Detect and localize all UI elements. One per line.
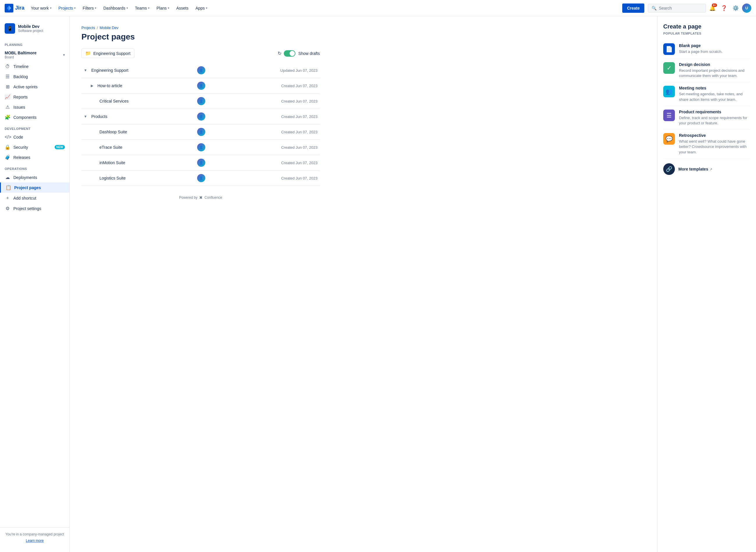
table-row: ▶ How-to article 👤 Created Jun 07, 2023 xyxy=(81,78,320,94)
table-row: ▼ Engineering Support 👤 Updated Jun 07, … xyxy=(81,63,320,78)
notifications-button[interactable]: 🔔 9+ xyxy=(707,3,718,13)
sidebar-item-code[interactable]: </> Code xyxy=(0,132,70,142)
filters-menu[interactable]: Filters ▾ xyxy=(80,4,99,12)
dashboards-menu[interactable]: Dashboards ▾ xyxy=(100,4,131,12)
projects-chevron-icon: ▾ xyxy=(74,6,76,10)
page-title-link[interactable]: Dashloop Suite xyxy=(91,130,193,134)
expand-down-icon[interactable]: ▼ xyxy=(84,115,87,119)
show-drafts-toggle[interactable] xyxy=(284,50,296,57)
teams-chevron-icon: ▾ xyxy=(148,6,149,10)
meeting-notes-template-desc: Set meeting agendas, take notes, and sha… xyxy=(679,92,750,102)
teams-menu[interactable]: Teams ▾ xyxy=(132,4,152,12)
sidebar-item-project-settings[interactable]: ⚙ Project settings xyxy=(0,203,70,214)
template-item-design-decision[interactable]: ✓ Design decision Record important proje… xyxy=(663,59,750,82)
more-templates-icon: 🔗 xyxy=(663,163,675,175)
board-selector[interactable]: MOBL Baltimore Board ▾ xyxy=(0,48,70,61)
powered-by: Powered by ✖ Confluence xyxy=(81,186,320,204)
sidebar-project: 📱 Mobile Dev Software project xyxy=(0,21,70,38)
breadcrumb-projects[interactable]: Projects xyxy=(81,26,95,30)
expand-right-icon[interactable]: ▶ xyxy=(91,84,93,88)
sidebar-item-project-pages[interactable]: 📋 Project pages xyxy=(0,182,70,192)
page-title-link[interactable]: ▶ How-to article xyxy=(91,84,193,88)
refresh-icon[interactable]: ↻ xyxy=(278,50,282,56)
plans-menu[interactable]: Plans ▾ xyxy=(153,4,172,12)
projects-menu[interactable]: Projects ▾ xyxy=(56,4,79,12)
page-author-avatar: 👤 xyxy=(197,66,205,75)
sidebar-item-active-sprints-label: Active sprints xyxy=(13,85,65,89)
template-item-meeting-notes[interactable]: 👥 Meeting notes Set meeting agendas, tak… xyxy=(663,82,750,106)
apps-menu[interactable]: Apps ▾ xyxy=(193,4,210,12)
sidebar-item-releases-label: Releases xyxy=(13,155,65,160)
your-work-menu[interactable]: Your work ▾ xyxy=(28,4,55,12)
sidebar: 📱 Mobile Dev Software project PLANNING M… xyxy=(0,16,70,552)
sidebar-item-backlog[interactable]: ☰ Backlog xyxy=(0,72,70,82)
blank-template-name: Blank page xyxy=(679,43,723,48)
settings-button[interactable]: ⚙️ xyxy=(730,3,741,13)
create-button[interactable]: Create xyxy=(622,3,644,13)
page-title-link[interactable]: eTrace Suite xyxy=(91,145,193,150)
page-title-link[interactable]: ▼ Engineering Support xyxy=(84,68,193,73)
page-title-link[interactable]: inMotion Suite xyxy=(91,160,193,165)
sidebar-item-releases[interactable]: 🧳 Releases xyxy=(0,152,70,162)
page-name: Engineering Support xyxy=(91,68,128,73)
add-shortcut-icon: ＋ xyxy=(5,195,10,201)
main-inner: Projects / Mobile Dev Project pages 📁 En… xyxy=(70,16,331,214)
jira-wordmark: Jira xyxy=(15,5,24,11)
page-title-link[interactable]: Logistics Suite xyxy=(91,176,193,180)
components-icon: 🧩 xyxy=(5,115,10,120)
page-title-link[interactable]: ▼ Products xyxy=(84,114,193,119)
meeting-notes-template-name: Meeting notes xyxy=(679,86,750,90)
plans-chevron-icon: ▾ xyxy=(168,6,169,10)
page-author-avatar: 👤 xyxy=(197,82,205,90)
main-content: Projects / Mobile Dev Project pages 📁 En… xyxy=(70,16,657,552)
more-templates-item[interactable]: 🔗 More templates ↗ xyxy=(663,159,750,179)
sidebar-item-issues-label: Issues xyxy=(13,105,65,110)
board-chevron-icon: ▾ xyxy=(63,53,65,57)
page-name: Critical Services xyxy=(99,99,128,104)
sidebar-item-reports[interactable]: 📈 Reports xyxy=(0,92,70,102)
timeline-icon: ⏱ xyxy=(5,64,10,69)
sidebar-item-add-shortcut-label: Add shortcut xyxy=(13,196,65,200)
show-drafts-control: Show drafts xyxy=(284,50,320,57)
page-toolbar: 📁 Engineering Support ↻ Show drafts xyxy=(81,48,320,58)
page-author-avatar: 👤 xyxy=(197,128,205,136)
design-decision-template-desc: Record important project decisions and c… xyxy=(679,68,750,79)
product-req-template-desc: Define, track and scope requirements for… xyxy=(679,115,750,126)
page-author-avatar: 👤 xyxy=(197,112,205,121)
retrospective-template-desc: What went well? What could have gone bet… xyxy=(679,139,750,155)
sidebar-item-deployments[interactable]: ☁ Deployments xyxy=(0,172,70,182)
jira-logo[interactable]: Jira xyxy=(5,4,24,12)
template-item-blank[interactable]: 📄 Blank page Start a page from scratch. xyxy=(663,40,750,59)
planning-section-label: PLANNING xyxy=(0,38,70,48)
template-item-product-req[interactable]: ☰ Product requirements Define, track and… xyxy=(663,106,750,130)
breadcrumb-mobile-dev[interactable]: Mobile Dev xyxy=(100,26,119,30)
engineering-support-badge[interactable]: 📁 Engineering Support xyxy=(81,48,134,58)
sidebar-item-issues[interactable]: ⚠ Issues xyxy=(0,102,70,112)
operations-section-label: OPERATIONS xyxy=(0,162,70,172)
page-title-link[interactable]: Critical Services xyxy=(91,99,193,104)
learn-more-link[interactable]: Learn more xyxy=(0,539,70,543)
page-author-avatar: 👤 xyxy=(197,174,205,182)
right-panel: Create a page POPULAR TEMPLATES 📄 Blank … xyxy=(657,16,756,552)
project-name: Mobile Dev xyxy=(18,24,43,29)
page-date: Created Jun 07, 2023 xyxy=(224,170,320,186)
user-avatar[interactable]: U xyxy=(742,3,751,13)
assets-menu[interactable]: Assets xyxy=(173,4,191,12)
project-settings-icon: ⚙ xyxy=(5,206,10,211)
help-button[interactable]: ❓ xyxy=(719,3,729,13)
sidebar-item-timeline[interactable]: ⏱ Timeline xyxy=(0,61,70,72)
expand-down-icon[interactable]: ▼ xyxy=(84,68,87,72)
template-item-retrospective[interactable]: 💬 Retrospective What went well? What cou… xyxy=(663,130,750,159)
table-row: Critical Services 👤 Created Jun 07, 2023 xyxy=(81,94,320,109)
sidebar-item-components[interactable]: 🧩 Components xyxy=(0,112,70,122)
search-box[interactable]: 🔍 Search xyxy=(648,4,706,12)
design-decision-template-icon: ✓ xyxy=(663,62,675,74)
development-section-label: DEVELOPMENT xyxy=(0,122,70,132)
sidebar-item-add-shortcut[interactable]: ＋ Add shortcut xyxy=(0,192,70,203)
table-row: eTrace Suite 👤 Created Jun 07, 2023 xyxy=(81,140,320,155)
blank-template-desc: Start a page from scratch. xyxy=(679,49,723,54)
engineering-badge-icon: 📁 xyxy=(85,50,91,56)
sidebar-item-active-sprints[interactable]: ⊞ Active sprints xyxy=(0,82,70,92)
sidebar-item-security[interactable]: 🔒 Security NEW xyxy=(0,142,70,152)
page-author-avatar: 👤 xyxy=(197,143,205,151)
